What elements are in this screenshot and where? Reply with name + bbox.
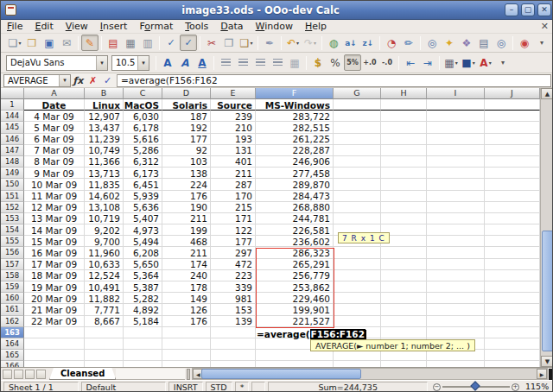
delete-decimal-button[interactable]: -.0 <box>378 54 396 71</box>
function-wizard-icon[interactable]: ƒx <box>71 74 86 87</box>
cell-A163[interactable] <box>24 327 85 338</box>
copy-button[interactable]: ❐ <box>220 35 238 51</box>
zoom-out-icon[interactable]: − <box>433 383 441 391</box>
column-header-c[interactable]: C <box>124 88 162 99</box>
row-header-160[interactable]: 160 <box>1 293 24 304</box>
cell-B165[interactable] <box>85 350 124 361</box>
cell-C154[interactable]: 4,973 <box>124 224 162 236</box>
cell-J152[interactable] <box>485 202 540 213</box>
cell-G162[interactable] <box>334 316 381 327</box>
cell-F155[interactable]: 236,602 <box>256 236 334 247</box>
minimize-button[interactable]: – <box>505 3 518 16</box>
cell-A153[interactable]: 13 Mar 09 <box>24 213 85 224</box>
cell-J147[interactable] <box>485 145 540 156</box>
cell-B146[interactable]: 11,239 <box>85 134 124 145</box>
cell-E160[interactable]: 981 <box>211 293 256 304</box>
cell-B151[interactable]: 14,602 <box>85 191 124 202</box>
spelling-button[interactable]: ✓ <box>162 35 180 51</box>
cell-D155[interactable]: 468 <box>162 236 211 247</box>
row-header-161[interactable]: 161 <box>1 304 24 315</box>
cell-C156[interactable]: 6,208 <box>124 247 162 258</box>
selection-mode-status[interactable]: STD <box>206 382 232 392</box>
cell-D150[interactable]: 224 <box>162 179 211 190</box>
cell-J156[interactable] <box>485 247 540 258</box>
cell-A164[interactable] <box>24 338 85 350</box>
row-header-151[interactable]: 151 <box>1 191 24 202</box>
font-size-dropdown-icon[interactable]: ▾ <box>137 56 149 70</box>
gallery-button[interactable]: ❖ <box>458 35 475 51</box>
select-all-corner[interactable] <box>1 88 24 99</box>
cell-G158[interactable] <box>334 270 381 281</box>
cell-F166[interactable] <box>256 361 334 367</box>
row-header-148[interactable]: 148 <box>1 156 24 168</box>
menu-format[interactable]: Format <box>133 20 179 33</box>
cell-F153[interactable]: 244,781 <box>256 213 334 224</box>
cell-C147[interactable]: 5,286 <box>124 145 162 156</box>
cell-F165[interactable] <box>256 350 334 361</box>
cell-A162[interactable]: 22 Mar 09 <box>24 316 85 327</box>
cell-B159[interactable]: 10,491 <box>85 281 124 293</box>
dropdown-caret-icon[interactable]: ▾ <box>18 40 21 46</box>
active-cell-formula[interactable]: =average(F156:F162 <box>257 329 366 339</box>
navigator-button[interactable]: ✦ <box>441 35 458 51</box>
cell-J150[interactable] <box>485 179 540 190</box>
cell-A154[interactable]: 14 Mar 09 <box>24 224 85 236</box>
open-button[interactable]: ❒ <box>23 35 41 51</box>
cell-C166[interactable] <box>124 361 162 367</box>
cell-I157[interactable] <box>427 259 485 270</box>
cell-I144[interactable] <box>427 111 485 122</box>
cell-G1[interactable] <box>334 99 381 111</box>
row-header-159[interactable]: 159 <box>1 281 24 293</box>
cell-F1[interactable]: MS-Windows <box>256 99 334 111</box>
cell-C159[interactable]: 5,387 <box>124 281 162 293</box>
sort-ascending-button[interactable]: a↓ <box>342 35 359 51</box>
zoom-in-icon[interactable]: + <box>512 383 519 391</box>
horizontal-scrollbar[interactable]: ◀ ▶ <box>192 368 548 380</box>
cell-B150[interactable]: 11,835 <box>85 179 124 190</box>
cell-D149[interactable]: 138 <box>162 168 211 179</box>
clone-formatting-button[interactable]: ✒ <box>261 35 278 51</box>
cell-C1[interactable]: MacOS <box>124 99 162 111</box>
cell-D148[interactable]: 103 <box>162 156 211 168</box>
cell-A155[interactable]: 15 Mar 09 <box>24 236 85 247</box>
hyperlink-button[interactable]: ◍ <box>325 35 342 51</box>
toolbar-options-button[interactable]: ▾ <box>494 54 512 71</box>
data-sources-button[interactable]: ▤ <box>475 35 493 51</box>
cell-C144[interactable]: 6,030 <box>124 111 162 122</box>
menu-data[interactable]: Data <box>214 20 249 33</box>
cell-A147[interactable]: 7 Mar 09 <box>24 145 85 156</box>
previous-sheet-icon[interactable] <box>14 370 23 379</box>
cell-A158[interactable]: 18 Mar 09 <box>24 270 85 281</box>
cell-B154[interactable]: 9,202 <box>85 224 124 236</box>
cell-F154[interactable]: 226,581 <box>256 224 334 236</box>
align-justified-button[interactable] <box>269 54 286 71</box>
cell-E154[interactable]: 122 <box>211 224 256 236</box>
menu-tools[interactable]: Tools <box>179 20 214 33</box>
cell-J146[interactable] <box>485 134 540 145</box>
tab-splitter-handle[interactable] <box>187 369 190 380</box>
menu-help[interactable]: Help <box>299 20 333 33</box>
zoom-button[interactable]: ◎ <box>493 35 510 51</box>
cell-H163[interactable] <box>381 327 427 338</box>
cell-B155[interactable]: 9,700 <box>85 236 124 247</box>
cell-E155[interactable]: 177 <box>211 236 256 247</box>
cell-E147[interactable]: 131 <box>211 145 256 156</box>
cell-C160[interactable]: 5,282 <box>124 293 162 304</box>
cell-H159[interactable] <box>381 281 427 293</box>
row-header-158[interactable]: 158 <box>1 270 24 281</box>
cell-C157[interactable]: 5,650 <box>124 259 162 270</box>
row-header-155[interactable]: 155 <box>1 236 24 247</box>
cell-H145[interactable] <box>381 122 427 133</box>
row-header-144[interactable]: 144 <box>1 111 24 122</box>
cell-A161[interactable]: 21 Mar 09 <box>24 304 85 315</box>
row-header-156[interactable]: 156 <box>1 247 24 258</box>
column-header-g[interactable]: G <box>334 88 381 99</box>
cell-C151[interactable]: 5,939 <box>124 191 162 202</box>
row-header-152[interactable]: 152 <box>1 202 24 213</box>
cell-I163[interactable] <box>427 327 485 338</box>
cell-B1[interactable]: Linux <box>85 99 124 111</box>
dropdown-caret-icon[interactable]: ▾ <box>455 60 458 66</box>
cell-G153[interactable] <box>334 213 381 224</box>
cell-H144[interactable] <box>381 111 427 122</box>
document-as-email-button[interactable]: ✉ <box>58 35 75 51</box>
